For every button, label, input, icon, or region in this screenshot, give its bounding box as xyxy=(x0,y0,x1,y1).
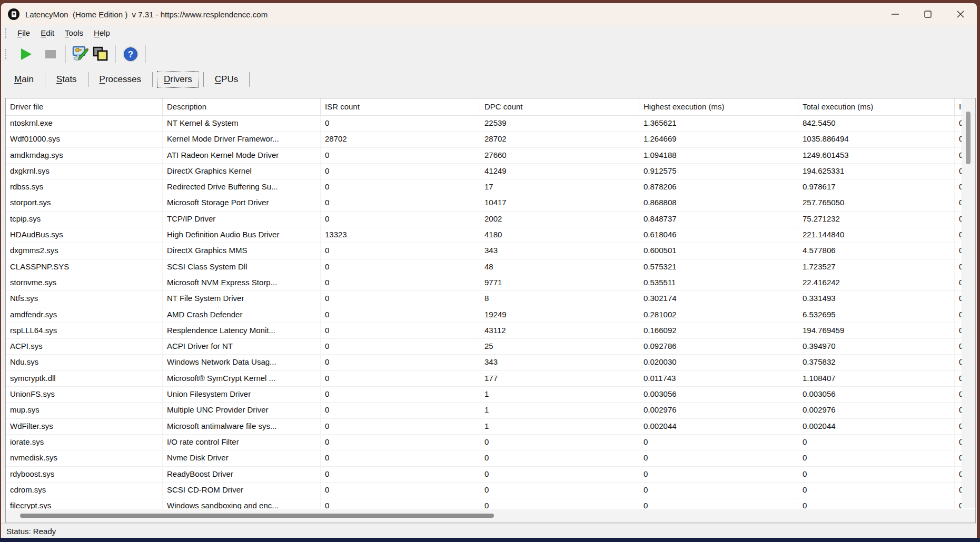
table-cell: 194.625331 xyxy=(798,164,955,179)
table-row[interactable]: CLASSPNP.SYSSCSI Class System Dll0480.57… xyxy=(6,259,975,275)
table-cell: 0.868808 xyxy=(639,195,798,210)
table-cell: 0 xyxy=(480,483,639,498)
horizontal-scrollbar[interactable] xyxy=(6,509,975,522)
menu-items: FileEditToolsHelp xyxy=(12,28,115,38)
table-cell: CLASSPNP.SYS xyxy=(6,259,163,275)
table-cell: 0 xyxy=(321,259,480,275)
tab-stats[interactable]: Stats xyxy=(50,71,84,88)
table-row[interactable]: rdyboost.sysReadyBoost Driver00000 xyxy=(6,467,975,483)
table-cell: iorate.sys xyxy=(6,435,163,450)
table-cell: amdfendr.sys xyxy=(6,307,163,323)
table-row[interactable]: amdkmdag.sysATI Radeon Kernel Mode Drive… xyxy=(6,148,975,164)
table-cell: 10417 xyxy=(480,195,639,210)
minimize-button[interactable] xyxy=(879,3,912,25)
table-row[interactable]: iorate.sysI/O rate control Filter00000 xyxy=(6,435,975,450)
table-cell: 0 xyxy=(321,164,480,179)
desktop: { "window": { "title": "LatencyMon (Home… xyxy=(0,0,980,542)
tab-cpus[interactable]: CPUs xyxy=(208,71,245,88)
column-header-highest-execution-ms[interactable]: Highest execution (ms) xyxy=(639,98,798,115)
table-cell: 0 xyxy=(321,179,480,195)
help-button[interactable]: ? xyxy=(121,44,141,64)
table-row[interactable]: rspLLL64.sysResplendence Latency Monit..… xyxy=(6,323,975,339)
table-cell: 22.416242 xyxy=(798,275,955,290)
table-row[interactable]: nvmedisk.sysNvme Disk Driver00000 xyxy=(6,450,975,466)
table-cell: 0 xyxy=(798,483,955,498)
table-cell: Windows Network Data Usag... xyxy=(163,355,321,370)
menu-gripper[interactable] xyxy=(5,28,8,38)
table-cell: DirectX Graphics Kernel xyxy=(163,164,321,179)
table-row[interactable]: cdrom.sysSCSI CD-ROM Driver00000 xyxy=(6,483,975,498)
table-cell: 0.020030 xyxy=(639,355,798,370)
table-cell: 0.618046 xyxy=(639,227,798,243)
table-row[interactable]: dxgmms2.sysDirectX Graphics MMS03430.600… xyxy=(6,243,975,259)
table-row[interactable]: filecrypt.sysWindows sandboxing and enc.… xyxy=(6,498,975,509)
table-row[interactable]: Wdf01000.sysKernel Mode Driver Framewor.… xyxy=(6,132,975,147)
stop-button[interactable] xyxy=(41,44,61,64)
table-cell: 1 xyxy=(480,403,639,418)
column-header-description[interactable]: Description xyxy=(163,98,321,115)
table-cell: 0 xyxy=(639,483,798,498)
table-cell: 48 xyxy=(480,259,639,275)
toolbar-gripper[interactable] xyxy=(5,49,8,59)
menu-file[interactable]: File xyxy=(12,27,35,38)
table-cell: 0.575321 xyxy=(639,259,798,275)
table-row[interactable]: amdfendr.sysAMD Crash Defender0192490.28… xyxy=(6,307,975,323)
table-cell: 0 xyxy=(321,116,480,131)
tab-drivers[interactable]: Drivers xyxy=(157,71,199,88)
table-row[interactable]: Ntfs.sysNT File System Driver080.3021740… xyxy=(6,291,975,307)
table-cell: 0 xyxy=(321,291,480,306)
column-header-dpc-count[interactable]: DPC count xyxy=(480,98,639,115)
table-cell: cdrom.sys xyxy=(6,483,163,498)
table-cell: Microsoft NVM Express Storp... xyxy=(163,275,321,290)
table-row[interactable]: tcpip.sysTCP/IP Driver020020.84873775.27… xyxy=(6,212,975,227)
table-cell: 0.092786 xyxy=(639,339,798,354)
column-header-total-execution-ms[interactable]: Total execution (ms) xyxy=(798,98,955,115)
table-row[interactable]: HDAudBus.sysHigh Definition Audio Bus Dr… xyxy=(6,227,975,243)
table-row[interactable]: UnionFS.sysUnion Filesystem Driver010.00… xyxy=(6,387,975,403)
horizontal-scrollbar-thumb[interactable] xyxy=(20,514,494,518)
status-bar: Status: Ready xyxy=(1,523,977,539)
menu-tools[interactable]: Tools xyxy=(60,27,88,38)
table-row[interactable]: ntoskrnl.exeNT Kernel & System0225391.36… xyxy=(6,116,975,132)
table-cell: 4180 xyxy=(480,227,639,243)
table-cell: 0 xyxy=(321,483,480,498)
table-cell: 0.394970 xyxy=(798,339,955,354)
options-button[interactable] xyxy=(71,44,91,64)
menu-help[interactable]: Help xyxy=(88,27,115,38)
copy-report-button[interactable] xyxy=(91,44,111,64)
run-button[interactable] xyxy=(16,44,36,64)
table-cell: NT Kernel & System xyxy=(163,116,321,131)
maximize-button[interactable] xyxy=(912,3,944,25)
table-cell: 0 xyxy=(321,419,480,434)
table-row[interactable]: rdbss.sysRedirected Drive Buffering Su..… xyxy=(6,179,975,195)
tab-processes[interactable]: Processes xyxy=(93,71,148,88)
tab-main[interactable]: Main xyxy=(7,71,41,88)
table-cell: 19249 xyxy=(480,307,639,323)
menu-edit[interactable]: Edit xyxy=(35,27,60,38)
table-row[interactable]: ACPI.sysACPI Driver for NT0250.0927860.3… xyxy=(6,339,975,355)
close-button[interactable] xyxy=(944,3,977,25)
table-row[interactable]: stornvme.sysMicrosoft NVM Express Storp.… xyxy=(6,275,975,291)
table-cell: 343 xyxy=(480,355,639,370)
table-cell: Resplendence Latency Monit... xyxy=(163,323,321,338)
maximize-icon xyxy=(924,10,932,18)
table-row[interactable]: symcryptk.dllMicrosoft® SymCrypt Kernel … xyxy=(6,371,975,387)
table-cell: 0 xyxy=(321,498,480,509)
table-cell: Redirected Drive Buffering Su... xyxy=(163,179,321,195)
column-header-isr-count[interactable]: ISR count xyxy=(321,98,480,115)
table-body: ntoskrnl.exeNT Kernel & System0225391.36… xyxy=(6,116,975,509)
table-cell: ReadyBoost Driver xyxy=(163,467,321,482)
vertical-scrollbar[interactable] xyxy=(962,99,975,508)
table-cell: amdkmdag.sys xyxy=(6,148,163,163)
table-row[interactable]: mup.sysMultiple UNC Provider Driver010.0… xyxy=(6,403,975,418)
table-cell: 0 xyxy=(798,435,955,450)
copy-icon xyxy=(92,46,109,63)
table-cell: 0 xyxy=(639,498,798,509)
table-row[interactable]: WdFilter.sysMicrosoft antimalware file s… xyxy=(6,419,975,435)
column-header-driver-file[interactable]: Driver file xyxy=(6,98,163,115)
table-row[interactable]: Ndu.sysWindows Network Data Usag...03430… xyxy=(6,355,975,370)
vertical-scrollbar-thumb[interactable] xyxy=(966,112,971,164)
table-cell: 1.108407 xyxy=(798,371,955,386)
table-row[interactable]: storport.sysMicrosoft Storage Port Drive… xyxy=(6,195,975,211)
table-row[interactable]: dxgkrnl.sysDirectX Graphics Kernel041249… xyxy=(6,164,975,179)
